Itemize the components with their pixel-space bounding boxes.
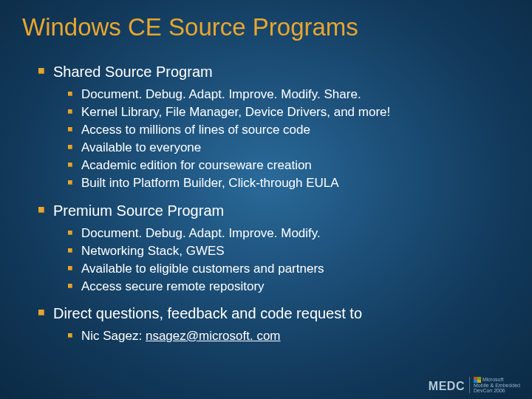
slide-title: Windows CE Source Programs	[22, 13, 510, 41]
bullet-icon	[68, 163, 72, 167]
windows-flag-icon	[474, 377, 481, 383]
bullet-icon	[68, 266, 72, 270]
section-heading: Premium Source Program	[38, 201, 510, 220]
bullet-icon	[68, 92, 72, 96]
bullet-icon	[68, 145, 72, 149]
list-item: Available to eligible customers and part…	[68, 261, 510, 277]
brand-line: Mobile & Embedded	[474, 383, 520, 388]
bullet-icon	[68, 109, 72, 114]
list-item: Networking Stack, GWES	[68, 243, 510, 259]
bullet-icon	[68, 127, 72, 132]
brand-line: DevCon 2006	[474, 388, 520, 393]
item-text: Document. Debug. Adapt. Improve. Modify.	[81, 225, 321, 242]
bullet-icon	[68, 248, 72, 253]
slide: Windows CE Source Programs Shared Source…	[0, 0, 532, 399]
item-text: Networking Stack, GWES	[81, 243, 225, 259]
bullet-icon	[68, 333, 72, 338]
brand-line: Microsoft	[474, 377, 520, 383]
medc-logo: MEDC	[429, 380, 465, 393]
heading-text: Shared Source Program	[53, 62, 213, 81]
item-text: Available to eligible customers and part…	[81, 261, 324, 277]
footer-logo: MEDC Microsoft Mobile & Embedded DevCon …	[429, 377, 520, 393]
heading-text: Premium Source Program	[53, 201, 224, 220]
item-text: Access secure remote repository	[81, 279, 265, 295]
bullet-icon	[38, 207, 44, 213]
section-items: Document. Debug. Adapt. Improve. Modify.…	[38, 222, 510, 304]
bullet-icon	[68, 180, 72, 185]
list-item: Built into Platform Builder, Click-throu…	[68, 175, 510, 191]
bullet-icon	[38, 310, 44, 316]
slide-content: Shared Source Program Document. Debug. A…	[22, 62, 510, 353]
section-items: Nic Sagez: nsagez@microsoft. com	[38, 325, 510, 353]
bullet-icon	[38, 68, 44, 74]
contact-email-link[interactable]: nsagez@microsoft. com	[146, 329, 281, 343]
section-heading: Direct questions, feedback and code requ…	[38, 304, 510, 323]
item-text: Built into Platform Builder, Click-throu…	[81, 175, 339, 191]
brand-text: Microsoft	[482, 377, 503, 382]
item-text: Kernel Library, File Manager, Device Dri…	[81, 104, 390, 120]
item-text: Document. Debug. Adapt. Improve. Modify.…	[81, 86, 361, 103]
section-heading: Shared Source Program	[38, 62, 510, 81]
item-text: Nic Sagez: nsagez@microsoft. com	[81, 328, 281, 344]
item-text: Available to everyone	[81, 140, 201, 156]
list-item: Access to millions of lines of source co…	[68, 122, 510, 138]
contact-name: Nic Sagez:	[81, 329, 146, 343]
section-items: Document. Debug. Adapt. Improve. Modify.…	[38, 83, 510, 201]
bullet-icon	[68, 284, 72, 288]
bullet-icon	[68, 231, 72, 235]
list-item: Document. Debug. Adapt. Improve. Modify.…	[68, 86, 510, 103]
list-item: Available to everyone	[68, 140, 510, 156]
list-item: Document. Debug. Adapt. Improve. Modify.	[68, 225, 510, 242]
list-item: Kernel Library, File Manager, Device Dri…	[68, 104, 510, 120]
microsoft-logo: Microsoft Mobile & Embedded DevCon 2006	[469, 377, 520, 393]
heading-text: Direct questions, feedback and code requ…	[53, 304, 362, 323]
list-item: Access secure remote repository	[68, 279, 510, 295]
item-text: Access to millions of lines of source co…	[81, 122, 310, 138]
list-item: Academic edition for courseware creation	[68, 157, 510, 174]
list-item: Nic Sagez: nsagez@microsoft. com	[68, 328, 510, 344]
item-text: Academic edition for courseware creation	[81, 157, 312, 174]
